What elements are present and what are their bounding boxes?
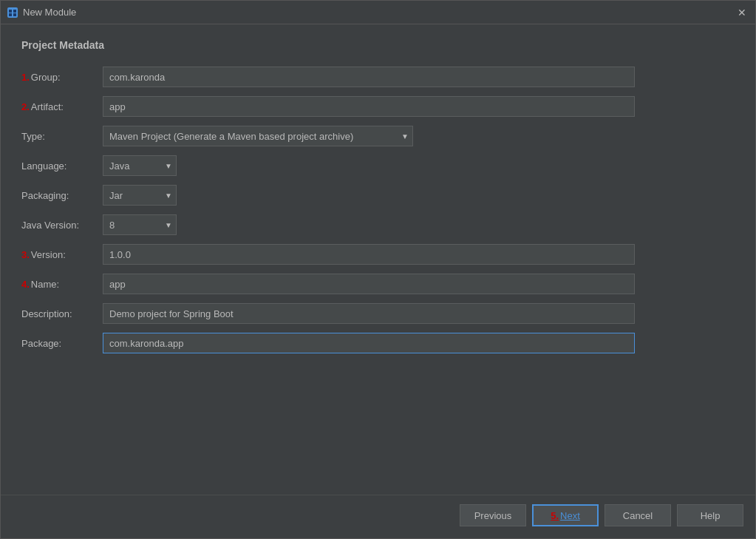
titlebar: New Module ✕ (1, 1, 755, 24)
package-label-cell: Package: (21, 338, 103, 349)
section-title: Project Metadata (21, 39, 735, 51)
package-input[interactable] (103, 333, 635, 353)
next-step: 5. (551, 510, 559, 521)
artifact-row: 2. Artifact: (21, 95, 735, 118)
language-label-cell: Language: (21, 160, 103, 172)
name-row: 4. Name: (21, 273, 735, 295)
group-row: 1. Group: (21, 66, 735, 88)
window-title: New Module (23, 7, 76, 18)
name-label: Name: (31, 279, 59, 290)
svg-rect-3 (9, 13, 12, 16)
help-button[interactable]: Help (677, 504, 743, 526)
language-row: Language: Java Kotlin Groovy ▼ (21, 155, 735, 177)
version-label-cell: 3. Version: (21, 249, 103, 260)
type-label-cell: Type: (21, 131, 103, 142)
svg-rect-1 (9, 10, 12, 13)
java-version-input-cell: 8 11 17 21 ▼ (103, 214, 635, 235)
next-button[interactable]: 5. Next (532, 504, 599, 526)
svg-rect-4 (13, 13, 16, 16)
artifact-label-cell: 2. Artifact: (21, 101, 103, 112)
type-select[interactable]: Maven Project (Generate a Maven based pr… (103, 126, 413, 146)
version-input[interactable] (103, 244, 635, 265)
artifact-input[interactable] (103, 96, 635, 117)
language-select-container: Java Kotlin Groovy ▼ (103, 155, 177, 176)
type-input-cell: Maven Project (Generate a Maven based pr… (103, 126, 635, 146)
language-select[interactable]: Java Kotlin Groovy (103, 155, 177, 176)
version-step: 3. (21, 249, 30, 260)
description-input[interactable] (103, 303, 635, 324)
type-label: Type: (21, 131, 45, 142)
package-input-cell (103, 333, 635, 353)
group-step: 1. (21, 72, 30, 83)
artifact-step: 2. (21, 101, 30, 112)
artifact-label: Artifact: (31, 101, 64, 112)
previous-button[interactable]: Previous (460, 504, 526, 526)
next-label: Next (560, 510, 580, 521)
group-input[interactable] (103, 67, 635, 87)
type-row: Type: Maven Project (Generate a Maven ba… (21, 125, 735, 147)
name-input-cell (103, 274, 635, 294)
packaging-label: Packaging: (21, 190, 69, 201)
name-label-cell: 4. Name: (21, 279, 103, 290)
footer: Previous 5. Next Cancel Help (1, 495, 755, 538)
new-module-dialog: New Module ✕ Project Metadata 1. Group: … (0, 0, 756, 539)
package-label: Package: (21, 338, 61, 349)
packaging-select[interactable]: Jar War (103, 185, 177, 206)
module-icon (7, 7, 18, 18)
group-label: Group: (31, 72, 61, 83)
description-row: Description: (21, 302, 735, 325)
version-label: Version: (31, 249, 66, 260)
close-button[interactable]: ✕ (735, 5, 749, 20)
name-input[interactable] (103, 274, 635, 294)
java-version-label: Java Version: (21, 220, 79, 231)
java-version-row: Java Version: 8 11 17 21 ▼ (21, 214, 735, 236)
packaging-input-cell: Jar War ▼ (103, 185, 635, 206)
name-step: 4. (21, 279, 30, 290)
version-input-cell (103, 244, 635, 265)
version-row: 3. Version: (21, 243, 735, 265)
description-label: Description: (21, 308, 72, 319)
description-input-cell (103, 303, 635, 324)
dialog-content: Project Metadata 1. Group: 2. Artifact: (1, 24, 755, 495)
java-version-select-container: 8 11 17 21 ▼ (103, 214, 177, 235)
form-area: 1. Group: 2. Artifact: (21, 66, 735, 483)
java-version-select[interactable]: 8 11 17 21 (103, 214, 177, 235)
language-label: Language: (21, 160, 67, 172)
group-input-cell (103, 67, 635, 87)
description-label-cell: Description: (21, 308, 103, 319)
titlebar-left: New Module (7, 7, 76, 18)
type-select-container: Maven Project (Generate a Maven based pr… (103, 126, 413, 146)
language-input-cell: Java Kotlin Groovy ▼ (103, 155, 635, 176)
packaging-row: Packaging: Jar War ▼ (21, 184, 735, 206)
cancel-button[interactable]: Cancel (605, 504, 671, 526)
package-row: Package: (21, 332, 735, 354)
java-version-label-cell: Java Version: (21, 220, 103, 231)
svg-rect-2 (13, 10, 16, 13)
artifact-input-cell (103, 96, 635, 117)
packaging-label-cell: Packaging: (21, 190, 103, 201)
group-label-cell: 1. Group: (21, 72, 103, 83)
packaging-select-container: Jar War ▼ (103, 185, 177, 206)
